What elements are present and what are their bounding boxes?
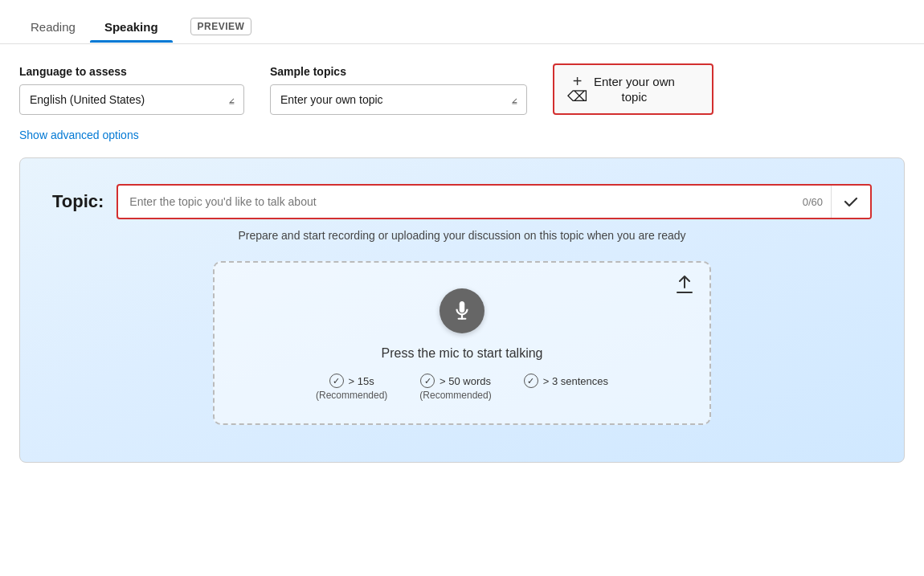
topic-char-count: 0/60 xyxy=(795,196,831,208)
tab-preview[interactable]: PREVIEW xyxy=(173,10,267,43)
enter-own-topic-button[interactable]: + ⌫ Enter your own topic xyxy=(553,63,713,115)
tabs-bar: Reading Speaking PREVIEW xyxy=(0,0,924,44)
req-sentences-value: > 3 sentences xyxy=(543,375,608,387)
microphone-icon xyxy=(452,300,472,321)
upload-icon[interactable] xyxy=(676,276,693,297)
press-mic-label: Press the mic to start talking xyxy=(382,346,543,361)
form-row: Language to assess English (United State… xyxy=(19,63,905,115)
req-words-value: > 50 words xyxy=(440,375,491,387)
req-item-sentences: ✓ > 3 sentences xyxy=(524,374,608,390)
topic-confirm-button[interactable] xyxy=(831,186,870,218)
plus-icon: + xyxy=(573,73,583,89)
advanced-options-link[interactable]: Show advanced options xyxy=(19,129,139,141)
tab-speaking[interactable]: Speaking xyxy=(90,12,173,42)
req-check-time-icon: ✓ xyxy=(329,374,344,388)
language-select[interactable]: English (United States) xyxy=(19,84,244,115)
mic-button[interactable] xyxy=(440,288,484,333)
req-item-time: ✓ > 15s (Recommended) xyxy=(316,374,387,401)
topic-input[interactable] xyxy=(118,187,794,216)
tab-reading[interactable]: Reading xyxy=(16,12,90,42)
topic-label: Topic: xyxy=(52,191,104,212)
topics-select-wrapper: Enter your own topic ⦤ xyxy=(270,84,527,115)
topic-input-wrapper: 0/60 xyxy=(117,184,872,219)
req-item-words: ✓ > 50 words (Recommended) xyxy=(419,374,491,401)
req-badge-sentences: ✓ > 3 sentences xyxy=(524,374,608,388)
req-check-sentences-icon: ✓ xyxy=(524,374,538,388)
topics-select[interactable]: Enter your own topic xyxy=(270,84,527,115)
language-label: Language to assess xyxy=(19,65,244,78)
plus-cursor-icon: + ⌫ xyxy=(567,73,587,105)
req-check-words-icon: ✓ xyxy=(420,374,435,388)
checkmark-icon xyxy=(843,194,859,210)
req-badge-words: ✓ > 50 words xyxy=(420,374,491,388)
topics-label: Sample topics xyxy=(270,65,527,78)
language-group: Language to assess English (United State… xyxy=(19,65,244,115)
topics-group: Sample topics Enter your own topic ⦤ xyxy=(270,65,527,115)
main-content: Language to assess English (United State… xyxy=(0,44,924,479)
topic-row: Topic: 0/60 xyxy=(52,184,872,219)
req-badge-time: ✓ > 15s xyxy=(329,374,374,388)
hand-cursor-icon: ⌫ xyxy=(567,88,587,105)
topic-card: Topic: 0/60 Press the mic to start talki… xyxy=(19,157,905,463)
req-words-label: (Recommended) xyxy=(419,390,491,401)
recording-area: Press the mic to start talking ✓ > 15s (… xyxy=(213,261,711,425)
language-select-wrapper: English (United States) ⦤ xyxy=(19,84,244,115)
req-time-value: > 15s xyxy=(349,375,374,387)
enter-own-topic-label: Enter your own topic xyxy=(594,74,675,105)
requirements-row: ✓ > 15s (Recommended) ✓ > 50 words (Reco… xyxy=(316,374,608,401)
req-time-label: (Recommended) xyxy=(316,390,387,401)
topic-description: Prepare and start recording or uploading… xyxy=(52,229,872,242)
